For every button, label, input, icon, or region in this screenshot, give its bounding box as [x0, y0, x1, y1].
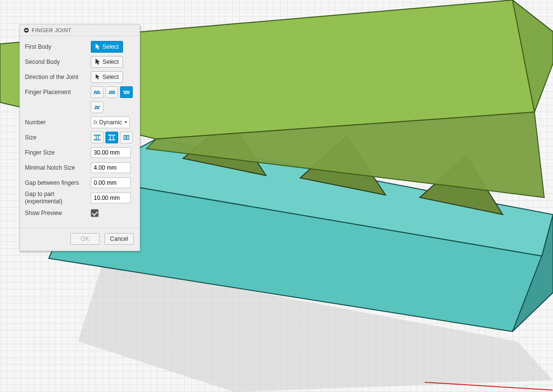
crenel-icon — [108, 89, 116, 96]
label-number: Number — [25, 119, 91, 126]
placement-option-2[interactable] — [105, 86, 118, 98]
label-show-preview: Show Preview — [25, 210, 91, 217]
label-finger-placement: Finger Placement — [25, 89, 91, 96]
label-minimal-notch: Minimal Notch Size — [25, 164, 91, 172]
label-gap-fingers: Gap between fingers — [25, 179, 91, 187]
cursor-icon — [95, 59, 101, 65]
fx-icon: fx — [93, 119, 98, 126]
svg-marker-0 — [78, 263, 553, 392]
select-second-body-button[interactable]: Select — [91, 56, 123, 68]
show-preview-checkbox[interactable] — [91, 209, 99, 217]
svg-line-10 — [425, 382, 553, 390]
select-direction-button[interactable]: Select — [91, 71, 123, 83]
dialog-titlebar[interactable]: FINGER JOINT — [20, 25, 140, 36]
svg-marker-9 — [146, 112, 544, 197]
svg-marker-8 — [512, 0, 553, 112]
number-dropdown[interactable]: fx Dynamic — [91, 117, 130, 128]
select-first-body-button[interactable]: Select — [91, 41, 123, 53]
gap-part-input[interactable] — [91, 193, 131, 203]
cursor-icon — [95, 74, 101, 80]
dialog-title: FINGER JOINT — [32, 27, 71, 33]
size-option-1[interactable] — [91, 132, 103, 143]
placement-option-1[interactable] — [91, 86, 103, 98]
placement-option-4[interactable] — [91, 101, 103, 113]
chevron-down-icon — [124, 121, 127, 123]
bracket-icon — [93, 134, 101, 141]
svg-marker-4 — [183, 119, 266, 176]
bracket-icon — [123, 134, 130, 141]
minimal-notch-input[interactable] — [91, 162, 131, 173]
gap-fingers-input[interactable] — [91, 177, 131, 188]
ok-button[interactable]: OK — [70, 233, 100, 245]
label-first-body: First Body — [25, 43, 91, 51]
placement-option-3[interactable] — [120, 86, 133, 98]
crenel-icon — [93, 89, 101, 96]
size-option-2[interactable] — [105, 132, 118, 143]
svg-marker-2 — [512, 215, 553, 332]
finger-joint-dialog: FINGER JOINT First Body Select Second Bo… — [20, 24, 140, 251]
finger-size-input[interactable] — [91, 147, 131, 158]
svg-marker-6 — [420, 156, 503, 215]
label-finger-size: Finger Size — [25, 149, 91, 157]
crenel-icon — [93, 104, 101, 111]
cursor-icon — [95, 43, 101, 50]
label-direction: Direction of the Joint — [25, 74, 91, 81]
bracket-icon — [108, 134, 116, 141]
collapse-icon[interactable] — [24, 28, 29, 33]
crenel-icon — [123, 89, 130, 96]
label-size: Size — [25, 134, 91, 141]
label-second-body: Second Body — [25, 59, 91, 66]
svg-marker-5 — [300, 137, 386, 195]
size-option-3[interactable] — [120, 132, 133, 143]
cancel-button[interactable]: Cancel — [104, 233, 134, 245]
svg-marker-3 — [83, 139, 553, 256]
label-gap-part: Gap to part (experimental) — [25, 191, 91, 205]
